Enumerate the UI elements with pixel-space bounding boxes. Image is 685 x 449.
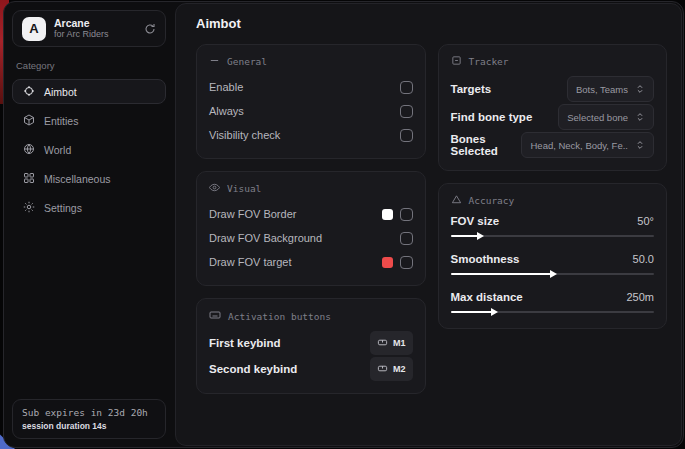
card-header-label: Accuracy <box>469 195 515 206</box>
keybind-value: M1 <box>393 338 406 348</box>
enable-checkbox[interactable] <box>400 81 413 94</box>
visibility-check-checkbox[interactable] <box>400 129 413 142</box>
brand-subtitle: for Arc Riders <box>54 29 136 39</box>
card-header-label: General <box>227 56 267 67</box>
grid-icon <box>23 172 35 186</box>
setting-row: Draw FOV Border <box>209 203 413 225</box>
sidebar-item-label: World <box>44 144 71 156</box>
accuracy-card-header: Accuracy <box>451 194 655 207</box>
activation-card-header: Activation buttons <box>209 309 413 323</box>
sidebar-item-label: Miscellaneous <box>44 173 111 185</box>
unfold-icon <box>635 80 645 98</box>
sync-icon[interactable] <box>144 23 156 35</box>
fov-target-checkbox[interactable] <box>400 256 413 269</box>
second-keybind-button[interactable]: M2 <box>370 357 413 381</box>
smoothness-slider[interactable] <box>451 270 655 278</box>
slider-row: Smoothness 50.0 <box>451 253 655 265</box>
page-title: Aimbot <box>196 16 667 31</box>
card-header-label: Visual <box>227 183 261 194</box>
setting-label: Draw FOV Border <box>209 208 296 220</box>
setting-row: Visibility check <box>209 124 413 146</box>
globe-icon <box>23 143 35 157</box>
fov-border-color-swatch[interactable] <box>382 209 393 220</box>
activation-card: Activation buttons First keybind M1 <box>196 298 426 394</box>
slider-handle[interactable] <box>477 232 484 240</box>
main-panel: Aimbot General <box>175 3 682 446</box>
targets-dropdown[interactable]: Bots, Teams <box>567 76 654 102</box>
fov-target-color-swatch[interactable] <box>382 257 393 268</box>
setting-label: Bones Selected <box>451 133 522 157</box>
sub-expiry-text: Sub expires in 23d 20h <box>22 407 156 418</box>
slider-handle[interactable] <box>550 270 557 278</box>
dropdown-value: Selected bone <box>567 112 628 123</box>
sidebar-item-settings[interactable]: Settings <box>12 195 166 220</box>
sidebar-item-miscellaneous[interactable]: Miscellaneous <box>12 166 166 191</box>
setting-label: Targets <box>451 83 492 95</box>
left-column: General Enable Always Visibility check <box>196 44 426 394</box>
brand-text: Arcane for Arc Riders <box>54 17 136 39</box>
gear-icon <box>23 201 35 215</box>
sidebar-spacer <box>12 224 166 399</box>
card-header-label: Tracker <box>469 56 509 67</box>
fov-background-checkbox[interactable] <box>400 232 413 245</box>
slider-fill <box>451 235 479 237</box>
slider-fill <box>451 273 553 275</box>
setting-label: Draw FOV Background <box>209 232 322 244</box>
unfold-icon <box>635 136 645 154</box>
general-card: General Enable Always Visibility check <box>196 44 426 159</box>
fov-size-slider[interactable] <box>451 232 655 240</box>
max-distance-block: Max distance 250m <box>451 291 655 316</box>
setting-label: Enable <box>209 81 243 93</box>
session-duration-text: session duration 14s <box>22 421 156 431</box>
sidebar-item-label: Aimbot <box>44 86 77 98</box>
card-header-label: Activation buttons <box>228 311 331 322</box>
slider-value: 50° <box>637 215 654 227</box>
setting-row: Second keybind M2 <box>209 357 413 381</box>
always-checkbox[interactable] <box>400 105 413 118</box>
screenshot-stage: A Arcane for Arc Riders Category <box>0 0 685 449</box>
triangle-icon <box>451 194 462 207</box>
setting-row: Enable <box>209 76 413 98</box>
slider-handle[interactable] <box>491 308 498 316</box>
setting-label: Always <box>209 105 244 117</box>
mouse-icon <box>377 334 388 352</box>
mouse-icon <box>377 360 388 378</box>
general-card-header: General <box>209 55 413 68</box>
setting-label: Find bone type <box>451 111 533 123</box>
setting-label: FOV size <box>451 215 500 227</box>
row-controls <box>382 256 413 269</box>
find-bone-type-dropdown[interactable]: Selected bone <box>558 104 654 130</box>
fov-border-checkbox[interactable] <box>400 208 413 221</box>
content-columns: General Enable Always Visibility check <box>196 44 667 394</box>
setting-row: Targets Bots, Teams <box>451 76 655 102</box>
setting-label: Second keybind <box>209 363 297 375</box>
crosshair-icon <box>23 85 35 99</box>
sidebar-item-aimbot[interactable]: Aimbot <box>12 79 166 104</box>
setting-label: Draw FOV target <box>209 256 292 268</box>
slider-value: 250m <box>626 291 654 303</box>
app-window: A Arcane for Arc Riders Category <box>3 1 684 448</box>
visual-card: Visual Draw FOV Border Draw FOV Backgrou… <box>196 171 426 286</box>
right-column: Tracker Targets Bots, Teams <box>438 44 668 329</box>
brand-card: A Arcane for Arc Riders <box>12 10 166 47</box>
setting-row: Draw FOV target <box>209 251 413 273</box>
max-distance-slider[interactable] <box>451 308 655 316</box>
sidebar-item-world[interactable]: World <box>12 137 166 162</box>
sidebar: A Arcane for Arc Riders Category <box>4 2 174 447</box>
accuracy-card: Accuracy FOV size 50° <box>438 183 668 329</box>
fov-size-block: FOV size 50° <box>451 215 655 240</box>
setting-row: Find bone type Selected bone <box>451 104 655 130</box>
keyboard-icon <box>209 309 221 323</box>
dots-grid-icon <box>209 55 220 68</box>
setting-label: Max distance <box>451 291 523 303</box>
sidebar-item-label: Entities <box>44 115 78 127</box>
sidebar-item-entities[interactable]: Entities <box>12 108 166 133</box>
category-label: Category <box>16 60 162 71</box>
slider-fill <box>451 311 494 313</box>
dropdown-value: Head, Neck, Body, Fe.. <box>530 140 628 151</box>
bones-selected-dropdown[interactable]: Head, Neck, Body, Fe.. <box>521 132 654 158</box>
setting-row: First keybind M1 <box>209 331 413 355</box>
first-keybind-button[interactable]: M1 <box>370 331 413 355</box>
smoothness-block: Smoothness 50.0 <box>451 253 655 278</box>
tracker-card: Tracker Targets Bots, Teams <box>438 44 668 171</box>
